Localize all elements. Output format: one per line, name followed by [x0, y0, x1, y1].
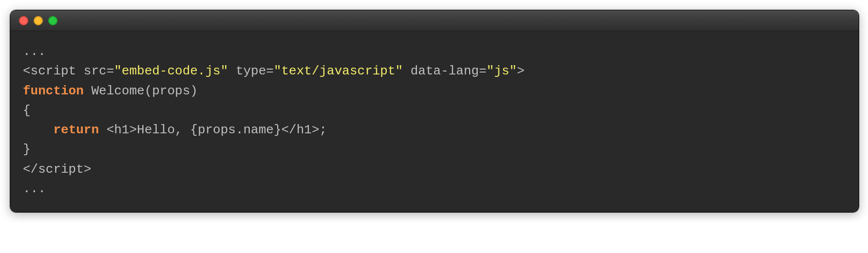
indent [23, 123, 53, 137]
code-line-5: } [23, 142, 31, 157]
return-expression: <h1>Hello, {props.name}</h1>; [99, 123, 327, 137]
type-attr-value: "text/javascript" [274, 64, 403, 78]
code-line-3: { [23, 103, 31, 118]
code-line-6: </script> [23, 162, 91, 177]
script-open-tag: <script src= [23, 64, 114, 78]
data-lang-attr-value: "js" [487, 64, 517, 78]
data-lang-attr-name: data-lang= [403, 64, 487, 78]
code-ellipsis-top: ... [23, 44, 46, 59]
code-line-2: function Welcome(props) [23, 84, 198, 98]
code-window: ... <script src="embed-code.js" type="te… [10, 10, 859, 213]
code-editor: ... <script src="embed-code.js" type="te… [10, 31, 859, 212]
window-titlebar [10, 10, 859, 31]
code-ellipsis-bottom: ... [23, 181, 46, 196]
minimize-icon[interactable] [34, 16, 43, 25]
return-keyword: return [53, 123, 99, 137]
function-signature: Welcome(props) [84, 84, 198, 98]
function-keyword: function [23, 84, 84, 98]
code-line-1: <script src="embed-code.js" type="text/j… [23, 64, 525, 78]
script-tag-close-bracket: > [517, 64, 525, 78]
code-line-4: return <h1>Hello, {props.name}</h1>; [23, 123, 327, 137]
type-attr-name: type= [228, 64, 274, 78]
src-attr-value: "embed-code.js" [114, 64, 228, 78]
maximize-icon[interactable] [48, 16, 57, 25]
close-icon[interactable] [19, 16, 28, 25]
